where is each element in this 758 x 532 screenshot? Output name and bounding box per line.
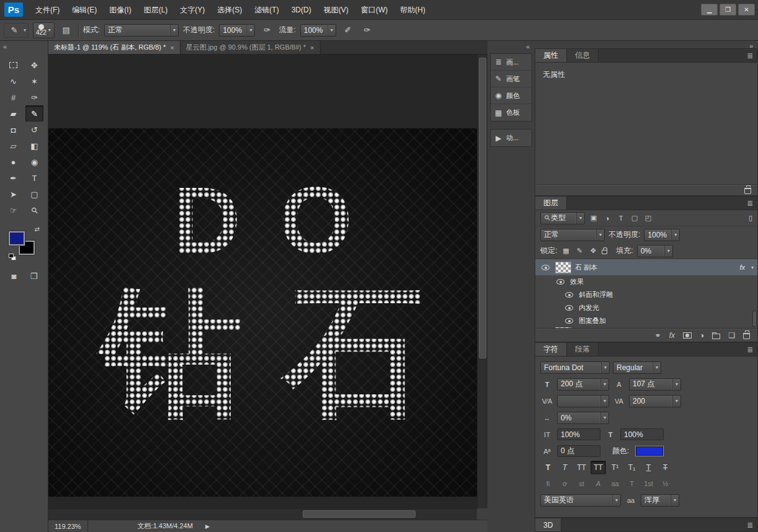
- document-canvas[interactable]: DO 钻石: [48, 128, 477, 497]
- restore-button[interactable]: ❐: [720, 4, 736, 16]
- blur-tool[interactable]: ●: [4, 154, 22, 170]
- layer-opacity-select[interactable]: 100% ▾: [644, 229, 680, 241]
- lock-transparency-icon[interactable]: ▦: [561, 247, 571, 255]
- horizontal-scale-field[interactable]: 100%: [620, 428, 664, 440]
- vertical-scrollbar-thumb[interactable]: [479, 58, 486, 358]
- new-adjustment-layer-icon[interactable]: ◑: [700, 331, 704, 340]
- zoom-tool[interactable]: ⚲: [25, 202, 43, 218]
- effect-row-inner-glow[interactable]: 内发光: [535, 301, 757, 314]
- crop-tool[interactable]: #: [4, 89, 22, 105]
- lock-all-icon[interactable]: [602, 250, 607, 254]
- pen-tool[interactable]: ✒: [4, 170, 22, 186]
- add-layer-style-icon[interactable]: fx: [669, 331, 675, 340]
- quick-mask-button[interactable]: ◙: [7, 269, 22, 283]
- panel-button-brush[interactable]: ✎ 画笔: [491, 71, 532, 87]
- collapse-dock-button[interactable]: »: [749, 42, 753, 50]
- menu-window[interactable]: 窗口(W): [355, 0, 394, 20]
- magic-wand-tool[interactable]: ✶: [25, 73, 43, 89]
- ordinals-button[interactable]: 1st: [641, 477, 656, 490]
- layer-row-stone-copy[interactable]: 石 副本 fx ▾: [535, 259, 757, 275]
- document-tab-nebula[interactable]: 星云图.jpg @ 90.9% (图层 1, RGB/8#) * ×: [181, 41, 321, 54]
- visibility-eye-icon[interactable]: [565, 318, 573, 324]
- vertical-scale-field[interactable]: 100%: [557, 428, 600, 440]
- lock-position-icon[interactable]: ✥: [588, 247, 598, 255]
- tab-paragraph[interactable]: 段落: [567, 343, 599, 356]
- filter-pixel-layers-icon[interactable]: ▣: [589, 214, 599, 222]
- filter-type-layers-icon[interactable]: T: [616, 215, 626, 222]
- fractions-button[interactable]: ½: [658, 477, 673, 490]
- panel-button-color[interactable]: ◉ 颜色: [491, 87, 532, 104]
- menu-3d[interactable]: 3D(D): [285, 0, 318, 20]
- panel-menu-icon[interactable]: ≣: [742, 518, 757, 531]
- tracking-select[interactable]: 200 ▾: [629, 395, 681, 407]
- tab-properties[interactable]: 属性: [535, 49, 567, 62]
- layer-name[interactable]: 石 副本: [575, 263, 597, 272]
- minimize-button[interactable]: ▁: [701, 4, 718, 16]
- tab-info[interactable]: 信息: [567, 49, 599, 62]
- eraser-tool[interactable]: ▱: [4, 138, 22, 154]
- contextual-alternates-button[interactable]: ơ: [557, 477, 573, 490]
- faux-bold-button[interactable]: T: [540, 461, 556, 474]
- subscript-button[interactable]: T₁: [624, 461, 640, 474]
- screen-mode-button[interactable]: ❐: [27, 269, 42, 283]
- font-family-select[interactable]: Fortuna Dot ▾: [540, 361, 610, 374]
- panel-button-brush-presets[interactable]: ≣ 画...: [491, 54, 532, 71]
- collapse-toolbar-button[interactable]: «: [3, 43, 7, 50]
- ligatures-button[interactable]: fi: [540, 477, 556, 490]
- horizontal-scrollbar[interactable]: [48, 508, 477, 520]
- close-icon[interactable]: ×: [310, 44, 314, 51]
- horizontal-scrollbar-thumb[interactable]: [303, 510, 416, 518]
- layer-effects-row[interactable]: 效果: [535, 275, 757, 288]
- superscript-button[interactable]: T¹: [607, 461, 623, 474]
- font-style-select[interactable]: Regular ▾: [613, 361, 661, 374]
- layer-thumbnail[interactable]: [555, 327, 571, 328]
- effect-row-pattern-overlay[interactable]: 图案叠加: [535, 314, 757, 327]
- vertical-scrollbar[interactable]: [477, 55, 488, 508]
- layer-fill-select[interactable]: 0% ▾: [637, 245, 673, 257]
- menu-edit[interactable]: 编辑(E): [66, 0, 103, 20]
- document-tab-untitled[interactable]: 未标题-1 @ 119% (石 副本, RGB/8) * ×: [48, 41, 181, 54]
- rectangle-tool[interactable]: ▢: [25, 186, 43, 202]
- current-tool-preset[interactable]: ✎ ▾: [4, 23, 29, 38]
- trash-icon[interactable]: [744, 188, 751, 194]
- layer-thumbnail[interactable]: [555, 262, 571, 273]
- filter-smart-objects-icon[interactable]: ◰: [643, 214, 653, 222]
- lock-paint-icon[interactable]: ✎: [574, 247, 584, 255]
- proportional-spacing-select[interactable]: 0% ▾: [557, 412, 609, 424]
- leading-select[interactable]: 107 点 ▾: [629, 378, 681, 391]
- status-options-arrow[interactable]: ▶: [202, 523, 213, 530]
- panel-menu-icon[interactable]: ≣: [742, 197, 757, 210]
- filter-toggle-icon[interactable]: ▯: [749, 214, 752, 222]
- rectangular-marquee-tool[interactable]: [4, 57, 22, 73]
- layer-fx-badge[interactable]: fx: [739, 264, 745, 271]
- visibility-eye-icon[interactable]: [565, 292, 573, 298]
- new-layer-icon[interactable]: ❏: [728, 331, 735, 340]
- small-caps-button[interactable]: TT: [591, 461, 606, 474]
- all-caps-button[interactable]: TT: [574, 461, 589, 474]
- panel-button-actions[interactable]: ▶ 动...: [491, 130, 532, 146]
- move-tool[interactable]: ✥: [25, 57, 43, 73]
- brush-tool[interactable]: ✎: [25, 105, 43, 122]
- blend-mode-select[interactable]: 正常 ▾: [104, 24, 179, 37]
- menu-layer[interactable]: 图层(L): [138, 0, 174, 20]
- expand-dock-button[interactable]: «: [526, 43, 530, 50]
- text-color-swatch[interactable]: [636, 446, 663, 456]
- menu-type[interactable]: 文字(Y): [174, 0, 211, 20]
- strikethrough-button[interactable]: T: [658, 461, 673, 474]
- flow-select[interactable]: 100% ▾: [300, 24, 336, 37]
- layer-blend-mode-select[interactable]: 正常 ▾: [540, 229, 605, 241]
- font-size-select[interactable]: 200 点 ▾: [557, 378, 609, 391]
- panel-menu-icon[interactable]: ≣: [742, 49, 757, 62]
- path-selection-tool[interactable]: ➤: [4, 186, 22, 202]
- discretionary-ligatures-button[interactable]: st: [574, 477, 589, 490]
- close-icon[interactable]: ×: [170, 44, 174, 51]
- canvas-area[interactable]: DO 钻石: [48, 55, 477, 508]
- swash-button[interactable]: A: [591, 477, 606, 490]
- visibility-eye-icon[interactable]: [542, 265, 550, 270]
- link-layers-icon[interactable]: ⚭: [655, 331, 661, 340]
- faux-italic-button[interactable]: T: [557, 461, 573, 474]
- visibility-eye-icon[interactable]: [556, 279, 564, 285]
- lasso-tool[interactable]: ∿: [4, 73, 22, 89]
- airbrush-button[interactable]: ✐: [341, 24, 355, 37]
- kerning-select[interactable]: ▾: [557, 395, 609, 407]
